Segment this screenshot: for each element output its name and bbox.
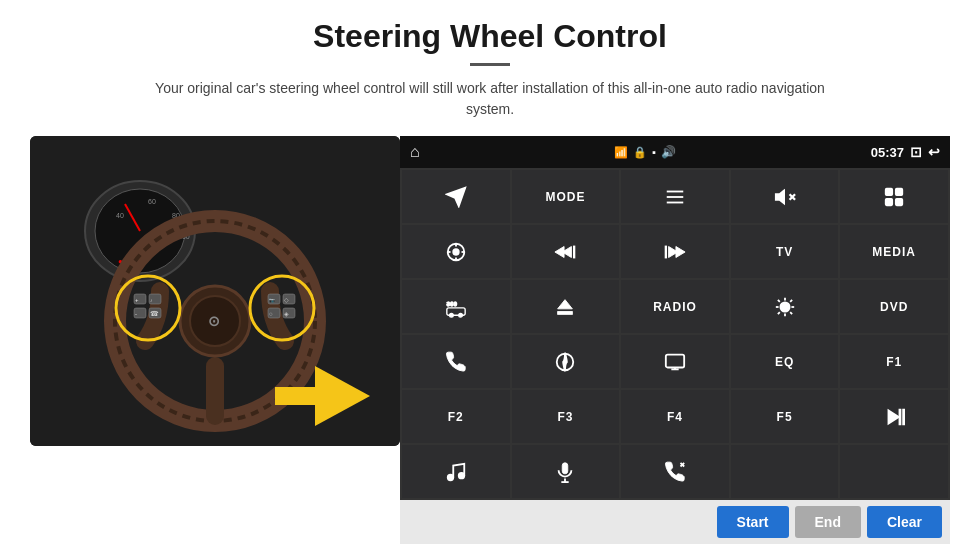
svg-text:360: 360 — [447, 301, 458, 307]
grid-button-next[interactable] — [621, 225, 729, 278]
svg-point-61 — [459, 313, 463, 317]
svg-rect-44 — [886, 198, 892, 204]
svg-rect-33 — [275, 387, 317, 405]
svg-text:+: + — [135, 297, 139, 303]
svg-rect-63 — [558, 311, 573, 314]
grid-empty — [840, 445, 948, 498]
svg-point-60 — [449, 313, 453, 317]
grid-button-EQ[interactable]: EQ — [731, 335, 839, 388]
grid-button-brightness[interactable] — [731, 280, 839, 333]
page-container: Steering Wheel Control Your original car… — [0, 0, 980, 544]
bt-icon: 🔊 — [661, 145, 676, 159]
svg-marker-56 — [676, 246, 685, 257]
grid-button-phone[interactable] — [402, 335, 510, 388]
grid-button-screen-mirror[interactable] — [621, 335, 729, 388]
svg-marker-39 — [775, 190, 783, 203]
svg-line-68 — [790, 312, 792, 314]
grid-button-F5[interactable]: F5 — [731, 390, 839, 443]
svg-text:40: 40 — [116, 212, 124, 219]
grid-button-TV[interactable]: TV — [731, 225, 839, 278]
grid-button-MEDIA[interactable]: MEDIA — [840, 225, 948, 278]
svg-rect-45 — [896, 198, 902, 204]
clear-button[interactable]: Clear — [867, 506, 942, 538]
grid-button-F4[interactable]: F4 — [621, 390, 729, 443]
steering-wheel-image: 40 60 80 100 ●●● — [30, 136, 400, 446]
grid-button-list[interactable] — [621, 170, 729, 223]
svg-text:60: 60 — [148, 198, 156, 205]
svg-rect-43 — [896, 188, 902, 194]
end-button[interactable]: End — [795, 506, 861, 538]
grid-button-MODE[interactable]: MODE — [512, 170, 620, 223]
grid-button-grid[interactable] — [840, 170, 948, 223]
svg-text:⊙: ⊙ — [208, 313, 220, 329]
action-bar: Start End Clear — [400, 500, 950, 544]
grid-button-settings[interactable] — [402, 225, 510, 278]
svg-line-71 — [777, 312, 779, 314]
grid-button-send[interactable] — [402, 170, 510, 223]
svg-marker-53 — [555, 246, 564, 257]
grid-button-microphone[interactable] — [512, 445, 620, 498]
head-unit: ⌂ 📶 🔒 ▪ 🔊 05:37 ⊡ ↩ MODETVMEDIA360RADIOD… — [400, 136, 950, 544]
svg-text:○: ○ — [269, 311, 273, 317]
status-right: 05:37 ⊡ ↩ — [871, 144, 940, 160]
svg-marker-35 — [447, 187, 465, 205]
grid-button-previous[interactable] — [512, 225, 620, 278]
svg-text:-: - — [135, 311, 137, 317]
svg-rect-74 — [666, 354, 684, 367]
grid-button-navigation[interactable] — [512, 335, 620, 388]
button-grid: MODETVMEDIA360RADIODVDEQF1F2F3F4F5 — [400, 168, 950, 500]
status-icons: 📶 🔒 ▪ 🔊 — [614, 145, 676, 159]
grid-button-mute[interactable] — [731, 170, 839, 223]
svg-point-80 — [448, 474, 454, 480]
grid-button-F2[interactable]: F2 — [402, 390, 510, 443]
grid-empty — [731, 445, 839, 498]
svg-text:◇: ◇ — [284, 297, 289, 303]
svg-line-67 — [777, 299, 779, 301]
grid-button-F3[interactable]: F3 — [512, 390, 620, 443]
svg-text:◈: ◈ — [284, 311, 289, 317]
content-area: 40 60 80 100 ●●● — [30, 136, 950, 544]
home-icon[interactable]: ⌂ — [410, 143, 420, 161]
svg-point-47 — [453, 249, 459, 255]
grid-button-F1[interactable]: F1 — [840, 335, 948, 388]
start-button[interactable]: Start — [717, 506, 789, 538]
svg-rect-79 — [902, 408, 905, 425]
back-icon[interactable]: ↩ — [928, 144, 940, 160]
sd-icon: ▪ — [652, 146, 656, 158]
svg-rect-42 — [886, 188, 892, 194]
svg-line-72 — [790, 299, 792, 301]
screen-icon: ⊡ — [910, 144, 922, 160]
grid-button-eject[interactable] — [512, 280, 620, 333]
svg-rect-82 — [563, 462, 569, 473]
grid-button-music[interactable] — [402, 445, 510, 498]
grid-button-phone-answer[interactable] — [621, 445, 729, 498]
status-left: ⌂ — [410, 143, 420, 161]
status-bar: ⌂ 📶 🔒 ▪ 🔊 05:37 ⊡ ↩ — [400, 136, 950, 168]
svg-rect-78 — [899, 408, 902, 425]
svg-marker-62 — [558, 299, 573, 308]
svg-text:📷: 📷 — [269, 297, 276, 304]
clock: 05:37 — [871, 145, 904, 160]
lock-icon: 🔒 — [633, 146, 647, 159]
grid-button-DVD[interactable]: DVD — [840, 280, 948, 333]
grid-button-RADIO[interactable]: RADIO — [621, 280, 729, 333]
svg-point-64 — [780, 302, 789, 311]
page-title: Steering Wheel Control — [313, 18, 667, 55]
grid-button-360-cam[interactable]: 360 — [402, 280, 510, 333]
svg-text:☎: ☎ — [150, 310, 159, 317]
wifi-icon: 📶 — [614, 146, 628, 159]
svg-point-81 — [459, 472, 465, 478]
page-subtitle: Your original car's steering wheel contr… — [140, 78, 840, 120]
svg-marker-77 — [888, 408, 901, 425]
title-divider — [470, 63, 510, 66]
grid-button-play-pause[interactable] — [840, 390, 948, 443]
